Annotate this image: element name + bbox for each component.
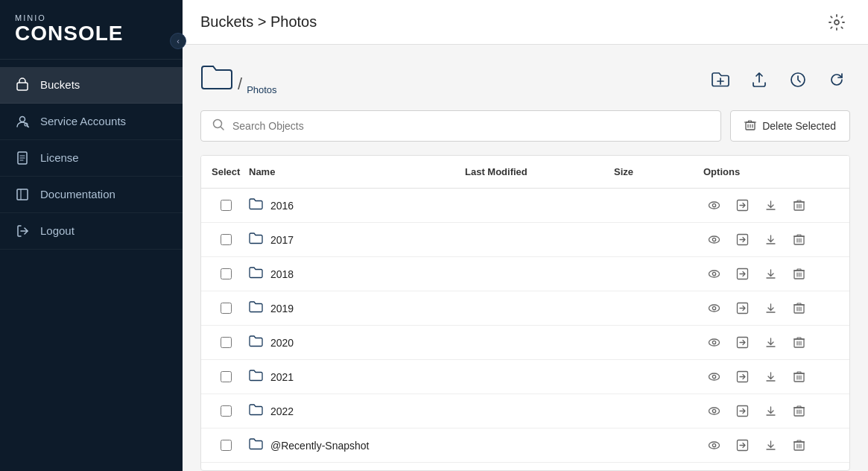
row-name: 2020 xyxy=(270,337,294,349)
sidebar-item-label-license: License xyxy=(40,151,79,164)
row-delete-button[interactable] xyxy=(788,264,809,285)
row-delete-button[interactable] xyxy=(788,195,809,216)
svg-point-93 xyxy=(712,443,715,446)
row-delete-button[interactable] xyxy=(788,332,809,353)
row-checkbox[interactable] xyxy=(221,303,232,314)
row-share-button[interactable] xyxy=(732,367,753,388)
sidebar-item-logout[interactable]: Logout xyxy=(0,213,183,250)
col-options: Options xyxy=(699,166,833,177)
sidebar-item-service-accounts[interactable]: Service Accounts xyxy=(0,104,183,140)
row-preview-button[interactable] xyxy=(703,401,724,422)
refresh-button[interactable] xyxy=(823,66,850,93)
row-name: 2019 xyxy=(270,303,294,314)
sidebar-item-label-buckets: Buckets xyxy=(40,78,80,91)
history-button[interactable] xyxy=(785,66,811,93)
row-share-button[interactable] xyxy=(732,332,753,353)
row-checkbox-cell xyxy=(207,371,244,382)
settings-icon-button[interactable] xyxy=(823,9,850,36)
page-title: Buckets > Photos xyxy=(200,13,317,31)
sidebar-collapse-button[interactable]: ‹ xyxy=(170,33,186,49)
row-name-cell: 2018 xyxy=(244,266,460,282)
col-select: Select xyxy=(207,166,244,177)
svg-point-63 xyxy=(712,341,715,344)
objects-table: Select Name Last Modified Size Options 2… xyxy=(200,155,850,471)
folder-row-icon xyxy=(249,369,263,385)
row-share-button[interactable] xyxy=(732,195,753,216)
row-name: 2018 xyxy=(270,268,294,280)
col-name: Name xyxy=(244,166,460,177)
sidebar-item-label-logout: Logout xyxy=(40,224,75,237)
row-delete-button[interactable] xyxy=(788,401,809,422)
row-download-button[interactable] xyxy=(760,298,781,319)
row-share-button[interactable] xyxy=(732,435,753,456)
row-delete-button[interactable] xyxy=(788,298,809,319)
row-options xyxy=(699,401,833,422)
row-download-button[interactable] xyxy=(760,195,781,216)
row-checkbox[interactable] xyxy=(221,440,232,451)
row-checkbox-cell xyxy=(207,405,244,417)
row-name-cell: 2016 xyxy=(244,197,460,214)
delete-icon xyxy=(744,119,756,133)
topbar: Buckets > Photos xyxy=(183,0,868,45)
table-body: 2016 xyxy=(201,189,849,470)
sidebar-item-license[interactable]: License xyxy=(0,140,183,177)
row-delete-button[interactable] xyxy=(788,435,809,456)
row-download-button[interactable] xyxy=(760,401,781,422)
row-name-cell: 2022 xyxy=(244,403,460,420)
sidebar-item-buckets[interactable]: Buckets xyxy=(0,67,183,104)
row-preview-button[interactable] xyxy=(703,230,724,250)
row-options xyxy=(699,195,833,216)
row-options xyxy=(699,332,833,353)
row-checkbox-cell xyxy=(207,234,244,245)
delete-selected-label: Delete Selected xyxy=(762,120,836,132)
row-checkbox[interactable] xyxy=(221,405,232,417)
row-preview-button[interactable] xyxy=(703,332,724,353)
svg-point-42 xyxy=(709,271,719,277)
row-checkbox[interactable] xyxy=(221,234,232,245)
sidebar-nav: Buckets Service Accounts xyxy=(0,60,183,471)
row-download-button[interactable] xyxy=(760,367,781,388)
row-checkbox[interactable] xyxy=(221,337,232,348)
row-download-button[interactable] xyxy=(760,332,781,353)
breadcrumb-row: / Photos xyxy=(200,63,850,97)
folder-row-icon xyxy=(249,437,263,454)
row-download-button[interactable] xyxy=(760,264,781,285)
svg-point-33 xyxy=(712,238,715,241)
row-download-button[interactable] xyxy=(760,230,781,250)
row-delete-button[interactable] xyxy=(788,367,809,388)
search-input[interactable] xyxy=(232,120,710,132)
row-name-cell: 2017 xyxy=(244,232,460,248)
row-checkbox[interactable] xyxy=(221,200,232,211)
new-folder-button[interactable] xyxy=(707,66,734,93)
row-download-button[interactable] xyxy=(760,435,781,456)
svg-point-1 xyxy=(20,116,25,121)
row-checkbox[interactable] xyxy=(221,371,232,382)
row-share-button[interactable] xyxy=(732,264,753,285)
svg-point-14 xyxy=(214,120,222,128)
row-preview-button[interactable] xyxy=(703,367,724,388)
row-preview-button[interactable] xyxy=(703,264,724,285)
search-icon xyxy=(212,118,225,134)
row-share-button[interactable] xyxy=(732,401,753,422)
svg-point-52 xyxy=(709,305,719,312)
row-name-cell: 2020 xyxy=(244,335,460,351)
delete-selected-button[interactable]: Delete Selected xyxy=(730,110,850,142)
row-preview-button[interactable] xyxy=(703,435,724,456)
row-share-button[interactable] xyxy=(732,298,753,319)
table-row: @Recently-Snapshot xyxy=(201,429,849,463)
sidebar-item-documentation[interactable]: Documentation xyxy=(0,177,183,213)
row-checkbox-cell xyxy=(207,200,244,211)
upload-button[interactable] xyxy=(746,66,773,93)
breadcrumb-left: / Photos xyxy=(200,63,277,97)
row-checkbox[interactable] xyxy=(221,268,232,279)
row-preview-button[interactable] xyxy=(703,298,724,319)
folder-row-icon xyxy=(249,335,263,351)
row-preview-button[interactable] xyxy=(703,195,724,216)
search-box xyxy=(200,110,721,142)
breadcrumb-slash: / xyxy=(236,75,244,97)
row-delete-button[interactable] xyxy=(788,230,809,250)
table-row: 2021 xyxy=(201,360,849,394)
svg-point-53 xyxy=(712,306,715,309)
svg-point-83 xyxy=(712,409,715,412)
row-share-button[interactable] xyxy=(732,230,753,250)
